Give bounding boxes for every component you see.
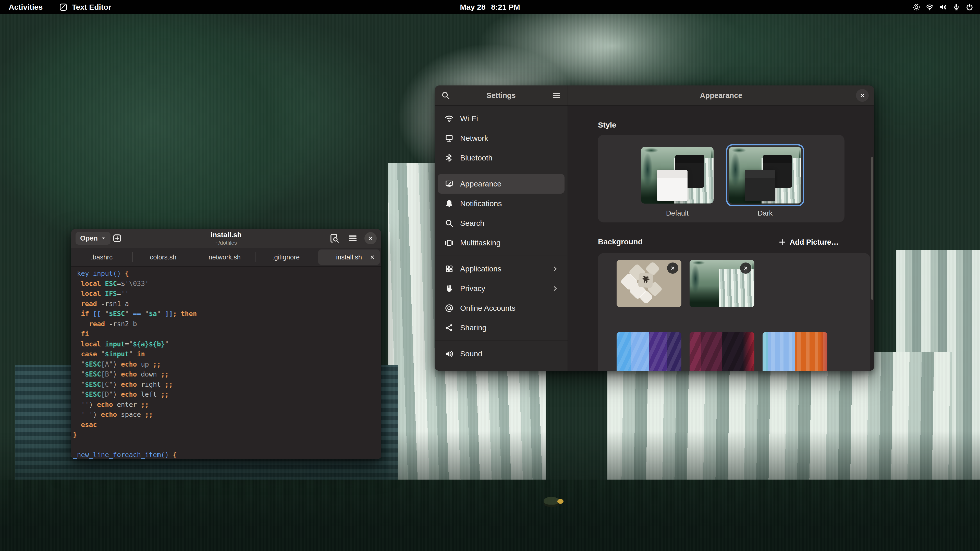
code-line: ' ') echo space ;; — [73, 410, 381, 420]
sidebar-item-label: Applications — [460, 265, 501, 273]
sidebar-item-online-accounts[interactable]: Online Accounts — [438, 298, 565, 318]
tab-label: install.sh — [336, 253, 362, 261]
sidebar-item-applications[interactable]: Applications — [438, 259, 565, 279]
tab-network-sh[interactable]: network.sh — [194, 248, 256, 266]
sidebar-item-privacy[interactable]: Privacy — [438, 279, 565, 298]
code-line: local IFS='' — [73, 289, 381, 299]
add-picture-label: Add Picture… — [790, 238, 838, 246]
tab-colors-sh[interactable]: colors.sh — [132, 248, 194, 266]
style-option-default[interactable]: Default — [641, 147, 714, 218]
code-line: case "$input" in — [73, 349, 381, 359]
share-icon — [445, 324, 453, 332]
editor-close-button[interactable] — [364, 232, 377, 245]
settings-sidebar: Settings Wi-FiNetworkBluetoothAppearance… — [434, 86, 568, 371]
tab-label: colors.sh — [150, 253, 177, 261]
sidebar-item-search[interactable]: Search — [438, 213, 565, 233]
remove-background-button[interactable] — [740, 262, 751, 274]
background-thumbnail-tiles-dragon[interactable] — [617, 260, 681, 307]
document-title: install.sh ~/dotfiles — [210, 231, 242, 246]
new-tab-icon — [112, 233, 122, 243]
appearance-headerbar: Appearance — [568, 86, 874, 106]
sidebar-item-multitasking[interactable]: Multitasking — [438, 233, 565, 252]
code-line: esac — [73, 420, 381, 430]
sidebar-item-bluetooth[interactable]: Bluetooth — [438, 148, 565, 168]
chevron-right-icon — [552, 285, 558, 292]
system-status-area[interactable] — [913, 0, 980, 14]
background-thumbnail-maroon-waves[interactable] — [690, 332, 754, 371]
new-tab-button[interactable] — [110, 232, 124, 245]
background-section-label: Background — [598, 238, 643, 246]
hand-icon — [445, 284, 453, 293]
caret-down-icon — [101, 236, 106, 241]
sidebar-item-appearance[interactable]: Appearance — [438, 174, 565, 194]
tab-close-icon[interactable] — [369, 254, 375, 260]
sidebar-item-network[interactable]: Network — [438, 128, 565, 148]
apps-icon — [445, 265, 453, 273]
clock-button[interactable]: May 28 8:21 PM — [460, 0, 520, 14]
background-thumbnail-blue-purple-hexagons[interactable] — [617, 332, 681, 371]
time-label: 8:21 PM — [491, 3, 520, 11]
style-preview-default — [641, 147, 714, 203]
sidebar-item-label: Online Accounts — [460, 304, 515, 313]
search-icon — [441, 91, 450, 100]
settings-title: Settings — [487, 91, 515, 100]
volume-icon — [939, 3, 947, 11]
sidebar-item-wifi[interactable]: Wi-Fi — [438, 109, 565, 128]
appearance-content: Style Default Dark Background — [568, 106, 874, 371]
activities-button[interactable]: Activities — [9, 0, 43, 14]
add-picture-button[interactable]: Add Picture… — [776, 235, 841, 249]
hamburger-menu-icon — [348, 233, 358, 243]
tab-install-sh[interactable]: install.sh — [318, 249, 380, 265]
chevron-right-icon — [552, 265, 558, 272]
hamburger-menu-icon — [552, 91, 561, 100]
settings-search-button[interactable] — [441, 91, 450, 100]
code-line: local input="${a}${b}" — [73, 339, 381, 349]
settings-close-button[interactable] — [856, 89, 869, 102]
background-thumbnail-forest-waterfall[interactable] — [690, 260, 754, 307]
tab-label: .bashrc — [91, 253, 113, 261]
background-thumbnail-blue-orange-drips[interactable] — [762, 332, 827, 371]
sidebar-item-label: Multitasking — [460, 238, 501, 247]
appearance-icon — [445, 179, 453, 188]
code-editor[interactable]: _key_input() { local ESC=$'\033' local I… — [71, 267, 381, 459]
sidebar-item-power[interactable]: Power — [438, 364, 565, 371]
speaker-icon — [445, 349, 453, 358]
sidebar-item-notifications[interactable]: Notifications — [438, 194, 565, 213]
text-editor-window: Open install.sh ~/dotfiles .bashrccolors… — [71, 229, 381, 459]
focused-app-menu[interactable]: Text Editor — [59, 0, 111, 14]
style-option-label: Dark — [729, 209, 801, 218]
sidebar-item-label: Sound — [460, 349, 482, 358]
document-name: install.sh — [210, 231, 242, 239]
code-line: "$ESC[D") echo left ;; — [73, 389, 381, 400]
document-search-icon — [329, 233, 339, 243]
remove-background-button[interactable] — [667, 262, 678, 274]
code-line — [73, 440, 381, 450]
sidebar-item-sharing[interactable]: Sharing — [438, 318, 565, 338]
wifi-icon — [445, 114, 453, 123]
date-label: May 28 — [460, 3, 485, 11]
sidebar-item-label: Wi-Fi — [460, 114, 478, 123]
code-line: _new_line_foreach_item() { — [73, 450, 381, 459]
sidebar-headerbar: Settings — [434, 86, 568, 106]
close-icon — [368, 235, 373, 241]
sidebar-item-sound[interactable]: Sound — [438, 344, 565, 364]
sidebar-item-label: Appearance — [460, 179, 501, 188]
style-preview-dark — [729, 147, 801, 203]
scrollbar[interactable] — [871, 157, 873, 300]
code-line: _key_input() { — [73, 268, 381, 279]
settings-menu-button[interactable] — [552, 91, 561, 100]
dragon-logo — [638, 273, 653, 288]
tab-gitignore[interactable]: .gitignore — [255, 248, 317, 266]
sidebar-item-label: Search — [460, 219, 484, 227]
code-line: } — [73, 430, 381, 440]
tab-bashrc[interactable]: .bashrc — [71, 248, 132, 266]
open-button[interactable]: Open — [76, 232, 110, 245]
code-line: "$ESC[C") echo right ;; — [73, 380, 381, 390]
wifi-icon — [926, 3, 934, 11]
style-option-dark[interactable]: Dark — [729, 147, 801, 218]
sidebar-item-label: Notifications — [460, 199, 502, 208]
document-search-button[interactable] — [328, 232, 341, 245]
at-icon — [445, 304, 453, 313]
editor-menu-button[interactable] — [346, 232, 360, 245]
bell-icon — [445, 199, 453, 208]
